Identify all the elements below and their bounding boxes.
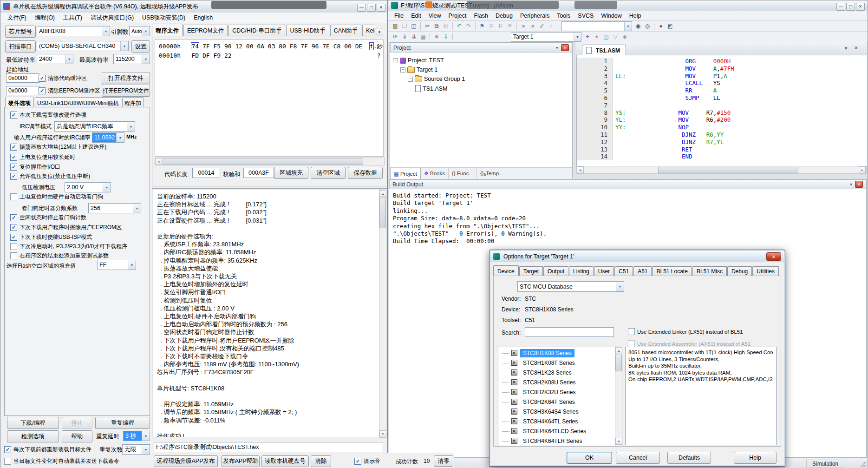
menu-item[interactable]: Flash [470,12,492,20]
dialog-tab-debug[interactable]: Debug [727,266,752,276]
dialog-tab-target[interactable]: Target [519,266,543,276]
hex-viewer[interactable]: 00000h 74 7F F5 90 12 00 0A 03 80 F8 7F … [155,40,384,157]
option-checkbox[interactable]: ✓上电复位使用较长延时 [10,153,75,161]
use-lx51-checkbox[interactable]: Use Extended Linker (LX51) instead of BL… [628,328,743,335]
option-checkbox[interactable]: ✓复位脚用作I/O口 [10,163,60,171]
tree-item-source-group-1[interactable]: −Source Group 1 [408,76,465,82]
find-in-files-icon[interactable]: ◎ [643,22,652,30]
help-button[interactable]: 帮助 [62,430,92,442]
flash-fill-combo[interactable]: FF▼ [97,260,136,270]
menu-item[interactable]: Peripherals [516,12,553,20]
read-disk-id-button[interactable]: 读取本机硬盘号 [261,455,309,467]
menu-item[interactable]: USB驱动安装(D) [138,13,189,23]
ok-button[interactable]: OK [567,452,612,464]
rebuild-icon[interactable]: ⇊ [410,33,418,41]
pin-icon[interactable]: ▾ [556,45,558,50]
open-eeprom-file-button[interactable]: 打开EEPROM文件 [102,85,150,97]
option-checkbox[interactable]: 下次冷启动时, P3.2/P3.3为0/0才可下载程序 [10,243,127,250]
menu-item[interactable]: 编程(O) [31,13,59,23]
bookmark-prev-icon[interactable]: ⚐ [487,22,496,30]
close-dialog-icon[interactable]: ✕ [766,252,781,261]
build-output-header[interactable]: Build Output ▾ ✕ [389,179,866,189]
option-checkbox[interactable]: ✓空闲状态时停止看门狗计数 [10,214,86,222]
database-combo[interactable]: STC MCU Database▼ [517,281,624,292]
device-list-scrollbar[interactable]: ▴ ▾ [615,347,622,445]
device-row[interactable]: STC8H2K32U Series [499,387,578,397]
fill-region-button[interactable]: 区域填充 [274,167,308,179]
save-data-button[interactable]: 保存数据 [348,167,383,179]
menu-item[interactable]: Edit [407,12,425,20]
device-row[interactable]: STC8H4K64TL Series [499,416,581,426]
menu-item[interactable]: Project [445,12,470,20]
cut-icon[interactable]: ✂ [423,22,431,30]
panel-tab-books[interactable]: ❖Books [421,168,449,179]
menu-item[interactable]: Help [626,12,645,20]
download-flash-icon[interactable]: ⇩ [442,33,450,41]
tab-USB-HID助手[interactable]: USB-HID助手 [286,25,329,36]
tab-CAN助手[interactable]: CAN助手 [330,25,361,36]
editor-tab-ts1asm[interactable]: TS1.ASM [582,45,626,56]
indent-icon[interactable]: » [519,22,528,30]
clear-code-buffer-checkbox[interactable]: ✓清除代码缓冲区 [39,74,87,82]
option-checkbox[interactable]: ✓下次下载时使能USB-ISP模式 [10,233,92,241]
option-checkbox[interactable]: 在程序区的结束处添加重要测试参数 [10,252,109,260]
maximize-button[interactable]: ▢ [846,3,855,11]
tab-list-icon[interactable]: ▼ [844,46,848,51]
manage-layout-icon[interactable]: ◫ [602,33,610,41]
download-program-button[interactable]: 下载/编程 [7,417,59,429]
project-panel-header[interactable]: Project ▾ ✕ [390,43,572,53]
chip-type-button[interactable]: 芯片型号 [5,26,36,38]
device-row[interactable]: STC8H3K64S4 Series [499,407,581,416]
device-row[interactable]: STC8H1K08 Series [499,348,574,358]
resize-grip[interactable] [860,461,866,467]
tab-EEPROM文件[interactable]: EEPROM文件 [183,25,228,36]
device-row[interactable]: STC8H1K28 Series [499,368,574,377]
dialog-tab-utilities[interactable]: Utilities [752,266,779,276]
log-output[interactable]: 当前的波特率: 115200正在擦除目标区域 ... 完成 ! [0.172"]… [153,190,379,437]
uvision-titlebar[interactable]: F:\程序\STC烧录测试\TEST.uvproj - µVision —▢✕ [388,0,868,11]
paste-icon[interactable]: ⎗ [442,22,450,30]
menu-item[interactable]: 调试仿真接口(G) [86,13,138,23]
device-search-input[interactable] [525,327,614,337]
search-combo[interactable]: ▼ [561,21,632,31]
scan-port-button[interactable]: 扫描串口 [5,40,36,53]
tree-item-ts1-asm[interactable]: TS1.ASM [415,85,448,92]
menu-item[interactable]: 工具(T) [59,13,86,23]
tab-CDC/HID-串口助手[interactable]: CDC/HID-串口助手 [228,25,285,36]
publish-app-help-button[interactable]: 发布APP帮助 [222,455,260,467]
pack-installer-icon[interactable]: ◈ [620,33,629,41]
tab-USB-Link1D/U8W/U8W-Mini脱机[interactable]: USB-Link1D/U8W/U8W-Mini脱机 [35,97,121,107]
option-checkbox[interactable]: ✓允许低压复位(禁止低压中断) [10,172,90,180]
option-combo[interactable]: 总是动态调节IRC频率▼ [54,121,135,132]
device-row[interactable]: STC8H4K64TLCD Series [499,426,589,436]
bookmark-next-icon[interactable]: ⚐ [496,22,505,30]
open-folder-icon[interactable]: ❒ [400,22,409,30]
menu-item[interactable]: Tools [553,12,574,20]
clear-log-button[interactable]: 清除 [311,455,331,467]
copy-icon[interactable]: ⧉ [432,22,441,30]
dialog-tab-output[interactable]: Output [543,266,568,276]
option-combo[interactable]: 11.0592▼ [92,132,124,143]
stc-titlebar[interactable]: 单片机在线升级编程仿真调试平台软件 (V6.94O), 远程现场升级APP发布 … [0,0,387,13]
pin-count-combo[interactable]: Auto▼ [129,26,150,36]
open-program-file-button[interactable]: 打开程序文件 [102,72,150,84]
menu-item[interactable]: File [391,12,407,20]
clear-region-button[interactable]: 清空区域 [311,167,346,179]
tab-硬件选项[interactable]: 硬件选项 [5,97,34,107]
bookmark-icon[interactable]: ⚑ [478,22,486,30]
menu-item[interactable]: View [425,12,445,20]
hex-horizontal-scrollbar[interactable]: ◂ [155,158,385,165]
reset-count-button[interactable]: 清零 [434,455,453,467]
remote-upgrade-publish-button[interactable]: 远程现场升级APP发布 [154,455,218,467]
log-vertical-scrollbar[interactable]: ▴ ▾ [379,190,386,438]
flag-icon[interactable]: ▽ [611,33,620,41]
option-combo[interactable]: 256▼ [88,203,141,213]
clear-eeprom-buffer-checkbox[interactable]: ✓清除EEPROM缓冲区 [39,87,100,95]
menu-item[interactable]: Window [597,12,625,20]
panel-tab-func[interactable]: {} Func... [449,168,477,179]
device-list[interactable]: ▴ ▾ STC8H1K08 SeriesSTC8H1K08T SeriesSTC… [498,347,622,446]
device-row[interactable]: STC8H2K08U Series [499,377,578,387]
minimize-button[interactable]: — [357,4,366,12]
translate-icon[interactable]: ⟳ [391,33,399,41]
target-select-combo[interactable]: Target 1▼ [511,32,581,42]
